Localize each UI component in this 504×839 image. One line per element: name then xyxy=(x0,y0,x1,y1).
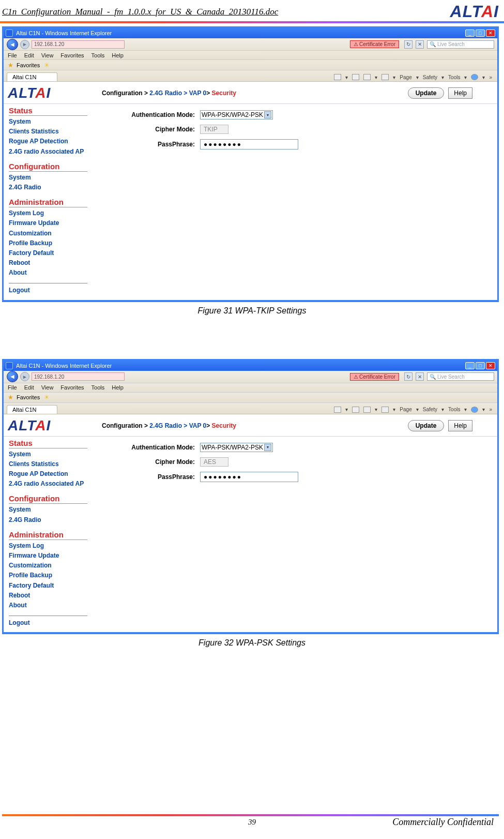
sidebar-rogue-ap[interactable]: Rogue AP Detection xyxy=(9,137,87,146)
page-menu-2[interactable]: Page xyxy=(400,407,411,412)
page-menu[interactable]: Page xyxy=(400,74,411,80)
print-icon[interactable] xyxy=(381,74,389,80)
passphrase-input-2[interactable]: ●●●●●●●● xyxy=(200,472,298,482)
sidebar-24g-radio[interactable]: 2.4G Radio xyxy=(9,183,87,192)
mail-icon[interactable] xyxy=(363,74,371,80)
stop-button-2[interactable]: ✕ xyxy=(416,372,424,381)
auth-mode-select[interactable]: WPA-PSK/WPA2-PSK ▾ xyxy=(200,110,273,119)
sidebar-system-log[interactable]: System Log xyxy=(9,208,87,218)
sidebar-system-config[interactable]: System xyxy=(9,173,87,183)
sidebar-rogue-ap-2[interactable]: Rogue AP Detection xyxy=(9,469,87,479)
sidebar-customization[interactable]: Customization xyxy=(9,229,87,238)
browser-tab[interactable]: Altai C1N xyxy=(7,72,57,81)
cipher-mode-field: TKIP xyxy=(200,125,228,134)
bc-vap[interactable]: VAP 0 xyxy=(189,89,207,97)
safety-menu[interactable]: Safety xyxy=(423,74,437,80)
home-icon-2[interactable] xyxy=(334,407,341,413)
sidebar-system-status-2[interactable]: System xyxy=(9,450,87,459)
sidebar: Status System Clients Statistics Rogue A… xyxy=(4,104,91,300)
help-icon[interactable] xyxy=(471,74,478,80)
refresh-button-2[interactable]: ↻ xyxy=(404,372,413,381)
sidebar-associated-ap[interactable]: 2.4G radio Associated AP xyxy=(9,147,87,157)
sidebar-system-status[interactable]: System xyxy=(9,117,87,127)
sidebar-clients-statistics-2[interactable]: Clients Statistics xyxy=(9,459,87,469)
bc-vap-2[interactable]: VAP 0 xyxy=(189,422,207,429)
sidebar-logout-2[interactable]: Logout xyxy=(9,618,87,628)
stop-button[interactable]: ✕ xyxy=(416,40,424,49)
sidebar-customization-2[interactable]: Customization xyxy=(9,561,87,571)
menu-help-2[interactable]: Help xyxy=(112,384,124,391)
passphrase-input[interactable]: ●●●●●●●● xyxy=(200,139,298,149)
certificate-error-2[interactable]: ⚠ Certificate Error xyxy=(350,373,399,381)
sidebar-clients-statistics[interactable]: Clients Statistics xyxy=(9,127,87,137)
menu-view-2[interactable]: View xyxy=(41,384,54,391)
feed-icon[interactable] xyxy=(352,74,359,80)
sidebar-associated-ap-2[interactable]: 2.4G radio Associated AP xyxy=(9,479,87,489)
favorites-star-icon[interactable]: ★ xyxy=(8,62,13,69)
sidebar-profile-backup[interactable]: Profile Backup xyxy=(9,238,87,248)
forward-button-2[interactable]: ► xyxy=(20,372,29,381)
mail-icon-2[interactable] xyxy=(363,407,371,413)
sidebar-about-2[interactable]: About xyxy=(9,601,87,610)
sidebar-logout[interactable]: Logout xyxy=(9,286,87,295)
refresh-button[interactable]: ↻ xyxy=(404,40,413,49)
close-button[interactable]: ✕ xyxy=(486,29,495,37)
sidebar-reboot-2[interactable]: Reboot xyxy=(9,591,87,601)
back-button[interactable]: ◄ xyxy=(7,39,18,50)
menu-edit-2[interactable]: Edit xyxy=(24,384,34,391)
print-icon-2[interactable] xyxy=(381,407,389,413)
sidebar-factory-default-2[interactable]: Factory Default xyxy=(9,581,87,591)
browser-tab-2[interactable]: Altai C1N xyxy=(7,405,57,414)
update-button[interactable]: Update xyxy=(408,87,445,99)
sidebar-firmware-update[interactable]: Firmware Update xyxy=(9,218,87,228)
home-icon[interactable] xyxy=(334,74,341,80)
sidebar-divider xyxy=(9,283,87,283)
menu-file[interactable]: File xyxy=(8,52,17,58)
menu-file-2[interactable]: File xyxy=(8,384,17,391)
tools-menu[interactable]: Tools xyxy=(448,74,460,80)
back-button-2[interactable]: ◄ xyxy=(7,371,18,382)
minimize-button-2[interactable]: _ xyxy=(465,362,475,369)
help-button[interactable]: Help xyxy=(448,87,472,99)
menu-tools-2[interactable]: Tools xyxy=(91,384,105,391)
menu-favorites-2[interactable]: Favorites xyxy=(60,384,84,391)
minimize-button[interactable]: _ xyxy=(465,29,475,37)
menu-help[interactable]: Help xyxy=(112,52,124,58)
auth-mode-select-2[interactable]: WPA-PSK/WPA2-PSK ▾ xyxy=(200,443,273,452)
favorites-label-2: Favorites xyxy=(17,394,40,400)
menu-tools[interactable]: Tools xyxy=(91,52,105,58)
maximize-button[interactable]: □ xyxy=(476,29,485,37)
fav-folder-icon-2[interactable]: ☀ xyxy=(44,394,50,401)
update-button-2[interactable]: Update xyxy=(408,420,445,431)
menu-view[interactable]: View xyxy=(41,52,54,58)
sidebar-profile-backup-2[interactable]: Profile Backup xyxy=(9,571,87,580)
sidebar-reboot[interactable]: Reboot xyxy=(9,258,87,268)
address-bar-2[interactable]: 192.168.1.20 xyxy=(32,372,125,381)
sidebar-system-config-2[interactable]: System xyxy=(9,505,87,515)
bc-radio-2[interactable]: 2.4G Radio > xyxy=(149,422,189,429)
bc-radio[interactable]: 2.4G Radio > xyxy=(149,89,189,97)
sidebar-system-log-2[interactable]: System Log xyxy=(9,541,87,551)
certificate-error[interactable]: ⚠ Certificate Error xyxy=(350,40,399,48)
feed-icon-2[interactable] xyxy=(352,407,359,413)
address-bar[interactable]: 192.168.1.20 xyxy=(32,40,125,49)
sidebar-firmware-update-2[interactable]: Firmware Update xyxy=(9,551,87,561)
tools-menu-2[interactable]: Tools xyxy=(448,407,460,412)
close-button-2[interactable]: ✕ xyxy=(486,362,495,369)
maximize-button-2[interactable]: □ xyxy=(476,362,485,369)
favorites-star-icon-2[interactable]: ★ xyxy=(8,394,13,401)
menu-edit[interactable]: Edit xyxy=(24,52,34,58)
help-icon-2[interactable] xyxy=(471,407,478,413)
search-box-2[interactable]: 🔍Live Search xyxy=(427,372,494,381)
search-box[interactable]: 🔍Live Search xyxy=(427,40,494,49)
sidebar-24g-radio-2[interactable]: 2.4G Radio xyxy=(9,515,87,525)
expand-chevron[interactable]: » xyxy=(489,74,492,80)
sidebar-factory-default[interactable]: Factory Default xyxy=(9,248,87,258)
safety-menu-2[interactable]: Safety xyxy=(423,407,437,412)
forward-button[interactable]: ► xyxy=(20,40,29,49)
fav-folder-icon[interactable]: ☀ xyxy=(44,62,50,69)
menu-favorites[interactable]: Favorites xyxy=(60,52,84,58)
expand-chevron-2[interactable]: » xyxy=(489,407,492,412)
sidebar-about[interactable]: About xyxy=(9,268,87,278)
help-button-2[interactable]: Help xyxy=(448,420,472,431)
